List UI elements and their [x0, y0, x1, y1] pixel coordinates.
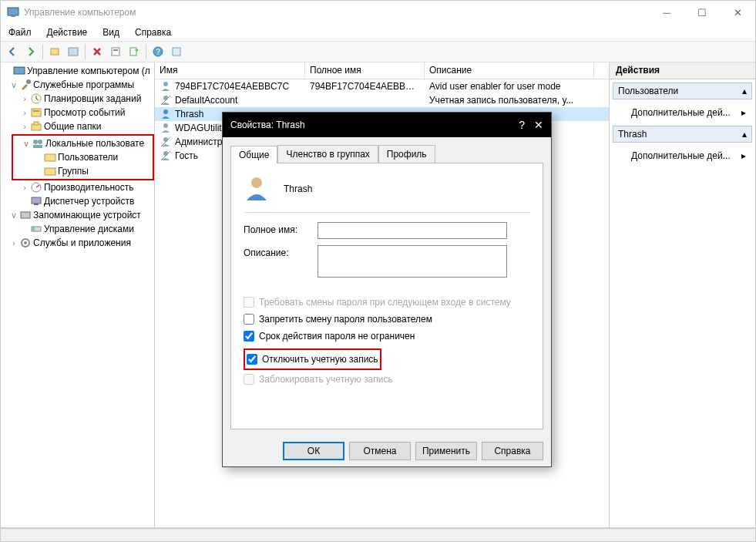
svg-rect-9 — [173, 48, 180, 56]
desc-input[interactable] — [318, 245, 507, 278]
svg-point-18 — [38, 140, 42, 144]
svg-rect-0 — [8, 8, 18, 15]
tree-scheduler[interactable]: Планировщик заданий — [44, 93, 141, 104]
app-icon — [7, 6, 19, 19]
tree-events[interactable]: Просмотр событий — [44, 107, 125, 118]
close-button[interactable]: ✕ — [720, 1, 755, 24]
fullname-input[interactable] — [318, 222, 507, 239]
computer-icon — [13, 65, 25, 77]
clock-icon — [30, 93, 42, 105]
menu-help[interactable]: Справка — [132, 25, 174, 39]
window-controls: ─ ☐ ✕ — [649, 1, 755, 24]
shared-icon — [30, 120, 42, 133]
chk-locked: Заблокировать учетную запись — [244, 372, 530, 387]
menu-file[interactable]: Файл — [5, 25, 35, 39]
forward-button[interactable] — [22, 43, 39, 60]
svg-point-34 — [163, 137, 168, 142]
cancel-button[interactable]: Отмена — [349, 442, 411, 460]
up-button[interactable] — [46, 43, 63, 60]
tree-perf[interactable]: Производительность — [44, 182, 133, 193]
maximize-button[interactable]: ☐ — [684, 1, 720, 24]
user-icon — [160, 150, 172, 162]
chk-disable-account[interactable]: Отключить учетную запись — [247, 352, 378, 367]
tree-devmgr[interactable]: Диспетчер устройств — [44, 196, 134, 207]
svg-rect-4 — [112, 48, 119, 56]
users-group-icon — [32, 137, 44, 150]
user-avatar-icon — [244, 174, 270, 203]
delete-button[interactable] — [89, 43, 106, 60]
user-icon — [160, 94, 172, 106]
toolbar: ? — [1, 41, 755, 62]
actions-header: Действия — [610, 62, 755, 79]
user-icon — [160, 136, 172, 148]
dialog-username: Thrash — [284, 183, 312, 194]
titlebar: Управление компьютером ─ ☐ ✕ — [1, 1, 755, 24]
svg-point-35 — [163, 151, 168, 156]
svg-rect-10 — [14, 67, 25, 74]
chevron-right-icon: ▸ — [741, 150, 746, 161]
main-window: Управление компьютером ─ ☐ ✕ Файл Действ… — [0, 0, 756, 542]
menu-action[interactable]: Действие — [44, 25, 91, 39]
tree-services[interactable]: Службы и приложения — [33, 237, 131, 248]
collapse-icon: ▴ — [742, 86, 747, 96]
help-icon[interactable]: ? — [519, 119, 525, 131]
tree-utilities[interactable]: Служебные программы — [33, 79, 134, 90]
dialog-titlebar[interactable]: Свойства: Thrash ? ✕ — [223, 113, 551, 137]
col-name[interactable]: Имя — [155, 62, 305, 79]
tree-panel[interactable]: Управление компьютером (л ∨Служебные про… — [1, 62, 155, 527]
user-icon — [160, 108, 172, 120]
perf-icon — [30, 181, 42, 194]
properties-dialog: Свойства: Thrash ? ✕ Общие Членство в гр… — [222, 112, 552, 467]
svg-rect-14 — [33, 110, 39, 112]
folder-icon — [44, 151, 56, 163]
help-button[interactable]: Справка — [482, 442, 543, 460]
properties-button[interactable] — [107, 43, 124, 60]
svg-rect-23 — [32, 197, 41, 204]
svg-point-36 — [251, 177, 262, 188]
actions-group-users[interactable]: Пользователи▴ — [613, 82, 752, 99]
tab-general[interactable]: Общие — [230, 146, 277, 163]
actions-group-thrash[interactable]: Thrash▴ — [613, 126, 752, 143]
tab-profile[interactable]: Профиль — [378, 145, 435, 163]
svg-point-29 — [24, 241, 27, 244]
back-button[interactable] — [4, 43, 21, 60]
col-fullname[interactable]: Полное имя — [305, 62, 425, 79]
folder-icon — [44, 165, 56, 177]
tree-users[interactable]: Пользователи — [58, 152, 118, 163]
diskmgr-icon — [30, 223, 42, 235]
help-button[interactable]: ? — [150, 43, 166, 60]
tree-local-users[interactable]: Локальные пользовате — [45, 138, 144, 149]
svg-rect-1 — [11, 15, 15, 17]
export-button[interactable] — [126, 43, 143, 60]
collapse-icon: ▴ — [742, 129, 747, 140]
console-button[interactable] — [65, 43, 82, 60]
window-title: Управление компьютером — [24, 7, 649, 18]
apply-button[interactable]: Применить — [415, 442, 477, 460]
tab-membership[interactable]: Членство в группах — [277, 145, 378, 163]
tree-storage[interactable]: Запоминающие устройст — [33, 210, 141, 221]
svg-text:?: ? — [156, 48, 160, 56]
actions-more-1[interactable]: Дополнительные дей...▸ — [613, 104, 752, 121]
actions-more-2[interactable]: Дополнительные дей...▸ — [613, 147, 752, 164]
minimize-button[interactable]: ─ — [649, 1, 684, 24]
list-row[interactable]: 794BF17C704E4AEBBC7C 794BF17C704E4AEBBC7… — [155, 79, 609, 93]
close-icon[interactable]: ✕ — [534, 119, 543, 131]
tree-groups[interactable]: Группы — [58, 166, 89, 177]
chk-no-change[interactable]: Запретить смену пароля пользователем — [244, 311, 530, 327]
svg-rect-16 — [34, 122, 39, 125]
chk-never-expire[interactable]: Срок действия пароля не ограничен — [244, 328, 530, 344]
refresh-button[interactable] — [168, 43, 185, 60]
svg-rect-2 — [51, 49, 59, 55]
menubar: Файл Действие Вид Справка — [1, 24, 755, 41]
svg-rect-13 — [32, 109, 41, 116]
menu-view[interactable]: Вид — [99, 25, 123, 39]
col-desc[interactable]: Описание — [425, 62, 594, 79]
dialog-body: Общие Членство в группах Профиль Thrash … — [223, 137, 551, 436]
statusbar — [1, 528, 755, 541]
tree-diskmgr[interactable]: Управление дисками — [44, 224, 134, 234]
tree-root[interactable]: Управление компьютером (л — [27, 66, 150, 76]
ok-button[interactable]: ОК — [283, 442, 344, 460]
list-row[interactable]: DefaultAccount Учетная запись пользовате… — [155, 93, 609, 107]
tree-shared[interactable]: Общие папки — [44, 121, 101, 132]
svg-point-17 — [33, 140, 38, 144]
